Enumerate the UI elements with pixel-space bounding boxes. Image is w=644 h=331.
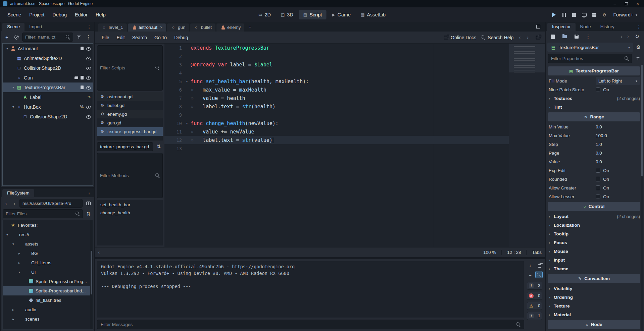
property-row-focus[interactable]: ›Focus (548, 238, 640, 247)
code-line-7[interactable]: 7»value = health (164, 94, 545, 102)
fs-sort-button[interactable]: ⇅ (84, 210, 93, 218)
number-value[interactable]: 1.0 (596, 142, 602, 147)
chevron-down-icon[interactable]: ▾ (4, 47, 10, 50)
property-row-exp-edit[interactable]: Exp EditOn (548, 166, 640, 175)
info-filter-badge[interactable]: i1 (527, 312, 542, 320)
scene-node-astronaut[interactable]: ▾Astronaut (3, 44, 93, 53)
camera-badge-icon[interactable] (75, 76, 78, 79)
filesystem-dock-menu-icon[interactable]: ⋮ (84, 191, 94, 197)
add-node-button[interactable]: + (3, 33, 11, 41)
fold-arrow-icon[interactable]: ▾ (183, 79, 191, 83)
scene-node-label[interactable]: Label↷ (3, 92, 93, 102)
maximize-button[interactable] (621, 0, 632, 7)
filter-options-button[interactable] (75, 33, 83, 41)
scene-node-collisionshape2d[interactable]: CollisionShape2D (3, 112, 93, 121)
chevron-down-icon[interactable]: ▾ (4, 233, 10, 236)
checkbox[interactable] (596, 185, 600, 190)
property-row-max-value[interactable]: Max Value100.0 (548, 131, 640, 140)
method-item-change-health[interactable]: change_health (97, 209, 163, 217)
chevron-down-icon[interactable]: ▾ (16, 270, 22, 274)
property-row-min-value[interactable]: Min Value0.0 (548, 122, 640, 131)
remote-debug-button[interactable] (580, 10, 589, 19)
inspector-dock-menu-icon[interactable]: ⋮ (634, 24, 644, 31)
important-filter-badge[interactable]: !3 (527, 282, 542, 290)
cursor-position[interactable]: 12 : 28 (506, 250, 522, 255)
fs-forward-button[interactable]: › (11, 200, 18, 207)
filter-methods-box[interactable] (97, 153, 163, 198)
dock-tab-inspector[interactable]: Inspector (547, 23, 576, 31)
code-editor[interactable]: 1extends TextureProgressBar23@onready va… (164, 44, 545, 247)
visibility-toggle-icon[interactable] (86, 114, 91, 119)
section-header-range[interactable]: ↻Range (548, 112, 640, 121)
filter-messages-box[interactable] (97, 320, 524, 329)
script-item-astronaut-gd[interactable]: astronaut.gd (97, 92, 163, 101)
renderer-dropdown[interactable]: Forward+ ▾ (610, 10, 641, 19)
workspace-tab-script[interactable]: ▤Script (299, 10, 326, 19)
current-script-box[interactable]: texture_progress_bar.gd (97, 142, 153, 151)
minimap-viewport[interactable] (509, 44, 545, 72)
scene-tab-bullet[interactable]: bullet (190, 23, 215, 32)
menu-scene[interactable]: Scene (3, 10, 25, 19)
number-value[interactable]: 0.0 (596, 151, 602, 156)
fs-item-hit-flash-tres[interactable]: hit_flash.tres (3, 295, 93, 305)
dock-tab-filesystem[interactable]: FileSystem (2, 189, 34, 197)
chevron-right-icon[interactable]: ▸ (10, 308, 16, 312)
workspace-tab-2d[interactable]: ▭2D (254, 10, 275, 19)
script-menu-file[interactable]: File (98, 33, 113, 42)
scene-tab-gun[interactable]: gun (167, 23, 189, 32)
collapse-duplicates-button[interactable]: ≡ (527, 271, 534, 278)
fs-back-button[interactable]: ‹ (3, 200, 9, 207)
make-floating-button[interactable] (534, 33, 542, 42)
scene-node-hurtbox[interactable]: ▾HurtBox% (3, 102, 93, 112)
instance-scene-button[interactable] (12, 33, 21, 41)
new-scene-tab-button[interactable]: + (245, 23, 254, 32)
property-row-allow-lesser[interactable]: Allow LesserOn (548, 192, 640, 201)
menu-help[interactable]: Help (92, 10, 110, 19)
script-menu-edit[interactable]: Edit (113, 33, 129, 42)
property-row-ordering[interactable]: ›Ordering (548, 293, 640, 301)
property-row-page[interactable]: Page0.0 (548, 149, 640, 157)
inspector-back-button[interactable]: ‹ (620, 34, 623, 40)
error-filter-badge[interactable]: ×0 (527, 292, 542, 300)
section-header-node[interactable]: ○Node (548, 320, 640, 329)
visibility-toggle-icon[interactable] (86, 56, 91, 61)
property-select-fill-mode[interactable]: Left to Right▾ (596, 77, 640, 85)
workspace-tab-game[interactable]: ▶Game (328, 10, 355, 19)
scene-node-textureprogressbar[interactable]: ▾TextureProgressBar (3, 82, 93, 92)
distraction-free-button[interactable] (534, 22, 542, 31)
filter-scripts-box[interactable] (97, 45, 163, 91)
scene-node-collisionshape2d[interactable]: CollisionShape2D (3, 63, 93, 73)
dock-tab-import[interactable]: Import (24, 23, 47, 31)
close-button[interactable]: × (632, 0, 643, 7)
method-item-set-health-bar[interactable]: set_health_bar (97, 201, 163, 209)
filter-messages-input[interactable] (101, 322, 516, 327)
script-item-bullet-gd[interactable]: bullet.gd (97, 101, 163, 110)
script-badge-icon[interactable] (81, 76, 84, 79)
property-row-tint[interactable]: ›Tint (548, 103, 640, 111)
scene-filter-box[interactable] (22, 33, 73, 42)
play-button[interactable] (549, 10, 558, 19)
property-filter-button[interactable] (634, 54, 642, 63)
scene-tab-level-1[interactable]: level_1 (98, 23, 127, 32)
resource-options-button[interactable]: ⋮ (584, 33, 592, 41)
scene-tab-enemy[interactable]: enemy (216, 23, 245, 32)
fs-item-res[interactable]: ▾res:// (3, 230, 93, 239)
curve-badge-icon[interactable]: ↷ (88, 95, 91, 100)
script-item-gun-gd[interactable]: gun.gd (97, 118, 163, 127)
code-minimap[interactable] (509, 44, 545, 247)
close-tab-icon[interactable]: × (160, 25, 162, 30)
stop-button[interactable] (569, 10, 579, 19)
filter-methods-input[interactable] (100, 173, 153, 178)
property-row-fill-mode[interactable]: Fill ModeLeft to Right▾ (548, 76, 640, 85)
code-line-5[interactable]: 5▾func set_health_bar(health, maxHealth)… (164, 77, 545, 86)
chevron-down-icon[interactable]: ▾ (10, 242, 16, 246)
number-value[interactable]: 0.0 (596, 124, 602, 129)
fold-arrow-icon[interactable]: ▾ (183, 121, 191, 125)
fs-split-mode-button[interactable] (84, 199, 93, 208)
property-row-rounded[interactable]: RoundedOn (548, 175, 640, 183)
section-header-canvasitem[interactable]: ✎CanvasItem (548, 274, 640, 283)
scene-filter-input[interactable] (25, 35, 64, 40)
code-line-6[interactable]: 6»max_value = maxHealth (164, 86, 545, 94)
minimize-button[interactable]: – (609, 0, 621, 7)
property-row-nine-patch-stretc[interactable]: Nine Patch StretcOn (548, 85, 640, 94)
